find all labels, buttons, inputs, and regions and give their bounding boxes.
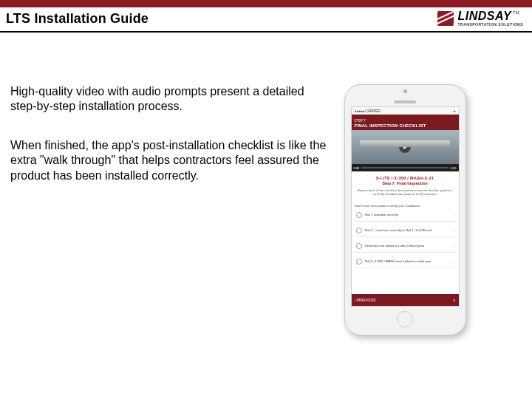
page-title: LTS Installation Guide [6, 11, 149, 27]
previous-button[interactable]: ‹ PREVIOUS [355, 298, 376, 302]
video-time-elapsed: 0:00 [354, 166, 360, 170]
checklist-item-label: Rail 1 installed correctly [365, 213, 450, 216]
checkbox-icon[interactable] [356, 259, 362, 265]
trademark-symbol: TM [513, 10, 519, 15]
video-description: Review each of the checklist items below… [355, 188, 456, 197]
guardrail-graphic [360, 140, 450, 147]
brand-accent-bar [0, 0, 532, 7]
app-footer: ‹ PREVIOUS ≡ [352, 294, 459, 306]
content-area: High-quality video with audio prompts pr… [0, 33, 532, 335]
checklist-item[interactable]: Rail 2 – matches correctly to Rail 1, X-… [355, 225, 456, 237]
checklist-heading: Touch each item below to verify your ins… [355, 204, 456, 208]
checkbox-icon[interactable] [356, 212, 362, 218]
app-header: STEP 7 FINAL INSPECTION CHECKLIST [352, 115, 459, 130]
checklist-item-label: Rail 3, X-350 / MASH strut, bolted to ca… [365, 259, 450, 263]
paragraph-1: High-quality video with audio prompts pr… [10, 84, 328, 115]
chevron-right-icon: › [453, 259, 454, 264]
header: LTS Installation Guide LINDSAYTM TRANSPO… [0, 7, 532, 33]
checklist-item[interactable]: Rail 1 installed correctly › [355, 209, 456, 222]
video-thumbnail[interactable] [352, 130, 459, 164]
checklist-item-label: Rail 2 – matches correctly to Rail 1, X-… [365, 228, 450, 232]
brand-logo-name: LINDSAY [458, 10, 512, 22]
phone-speaker-icon [394, 100, 416, 103]
checklist-item-label: Delineator bar bolted to cable release p… [365, 244, 450, 248]
video-product-code: X-LITE / X-350 / MASH-X-21 [355, 176, 456, 180]
status-carrier: ●●●●● CARRIER [355, 109, 381, 113]
video-metadata: X-LITE / X-350 / MASH-X-21 Step 7: Final… [352, 171, 459, 200]
video-step-title: Step 7: Final Inspection [355, 181, 456, 185]
menu-button-icon[interactable]: ≡ [454, 298, 456, 302]
brand-logo-mark-icon [437, 11, 454, 26]
checklist-item[interactable]: Delineator bar bolted to cable release p… [355, 240, 456, 253]
brand-logo: LINDSAYTM TRANSPORTATION SOLUTIONS [437, 10, 523, 27]
text-column: High-quality video with audio prompts pr… [10, 84, 328, 335]
home-button[interactable] [397, 311, 413, 327]
brand-logo-tagline: TRANSPORTATION SOLUTIONS [458, 23, 523, 27]
chevron-right-icon: › [453, 213, 454, 217]
video-progress-bar[interactable] [361, 167, 448, 168]
checklist: Rail 1 installed correctly › Rail 2 – ma… [352, 209, 459, 268]
checklist-item[interactable]: Rail 3, X-350 / MASH strut, bolted to ca… [355, 256, 456, 268]
screen-title: FINAL INSPECTION CHECKLIST [355, 123, 456, 128]
video-time-total: 0:35 [451, 166, 457, 170]
video-controls[interactable]: 0:00 0:35 [352, 164, 459, 171]
paragraph-2: When finished, the app's post-installati… [10, 138, 328, 183]
status-battery-icon: ● [453, 109, 455, 113]
step-label: STEP 7 [355, 119, 456, 123]
checkbox-icon[interactable] [356, 228, 362, 233]
checkbox-icon[interactable] [356, 243, 362, 249]
chevron-right-icon: › [453, 244, 454, 248]
phone-screen: ●●●●● CARRIER ● STEP 7 FINAL INSPECTION … [351, 106, 460, 307]
phone-frame: ●●●●● CARRIER ● STEP 7 FINAL INSPECTION … [344, 84, 466, 335]
status-bar: ●●●●● CARRIER ● [352, 107, 459, 115]
phone-mockup-column: ●●●●● CARRIER ● STEP 7 FINAL INSPECTION … [335, 84, 474, 335]
phone-camera-icon [403, 89, 407, 93]
chevron-right-icon: › [453, 228, 454, 233]
